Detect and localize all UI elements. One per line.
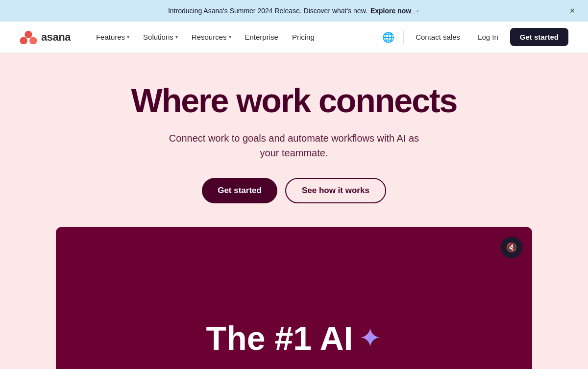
announcement-banner: Introducing Asana's Summer 2024 Release.… (0, 0, 588, 22)
resources-chevron-icon: ▾ (229, 34, 231, 40)
sparkle-icon: ✦ (359, 322, 382, 354)
nav-links: Features ▾ Solutions ▾ Resources ▾ Enter… (90, 29, 379, 45)
mute-button[interactable]: 🔇 (501, 237, 522, 258)
svg-point-0 (24, 30, 32, 38)
svg-point-2 (29, 37, 37, 44)
navbar: asana Features ▾ Solutions ▾ Resources ▾… (0, 22, 588, 53)
asana-logo[interactable]: asana (20, 30, 71, 44)
logo-text: asana (41, 31, 71, 44)
demo-video-title: The #1 AI (206, 319, 353, 357)
nav-item-enterprise[interactable]: Enterprise (239, 29, 284, 45)
nav-solutions-label: Solutions (143, 33, 173, 41)
login-button[interactable]: Log In (472, 29, 504, 45)
get-started-nav-button[interactable]: Get started (510, 28, 568, 46)
globe-icon: 🌐 (382, 31, 394, 43)
nav-divider (403, 30, 404, 44)
get-started-hero-button[interactable]: Get started (202, 178, 277, 203)
see-how-it-works-button[interactable]: See how it works (285, 178, 386, 203)
contact-sales-button[interactable]: Contact sales (410, 29, 466, 45)
announcement-text: Introducing Asana's Summer 2024 Release.… (168, 7, 420, 15)
mute-icon: 🔇 (506, 242, 517, 253)
nav-pricing-label: Pricing (292, 33, 315, 41)
demo-video-area[interactable]: The #1 AI ✦ 🔇 (56, 227, 532, 369)
nav-item-pricing[interactable]: Pricing (286, 29, 320, 45)
asana-logo-icon (20, 30, 37, 44)
hero-section: Where work connects Connect work to goal… (0, 53, 588, 369)
nav-item-solutions[interactable]: Solutions ▾ (137, 29, 184, 45)
nav-resources-label: Resources (192, 33, 227, 41)
nav-item-resources[interactable]: Resources ▾ (186, 29, 237, 45)
nav-features-label: Features (96, 33, 125, 41)
nav-right: 🌐 Contact sales Log In Get started (379, 28, 568, 46)
banner-close-button[interactable]: × (566, 5, 578, 17)
hero-subtitle: Connect work to goals and automate workf… (167, 131, 421, 160)
hero-buttons: Get started See how it works (202, 178, 386, 203)
nav-item-features[interactable]: Features ▾ (90, 29, 135, 45)
solutions-chevron-icon: ▾ (175, 34, 178, 40)
hero-title: Where work connects (131, 82, 457, 119)
svg-point-1 (20, 37, 27, 44)
explore-now-link[interactable]: Explore now → (370, 7, 420, 15)
features-chevron-icon: ▾ (127, 34, 129, 40)
nav-enterprise-label: Enterprise (245, 33, 278, 41)
language-selector-button[interactable]: 🌐 (379, 28, 397, 46)
announcement-message: Introducing Asana's Summer 2024 Release.… (168, 7, 368, 15)
